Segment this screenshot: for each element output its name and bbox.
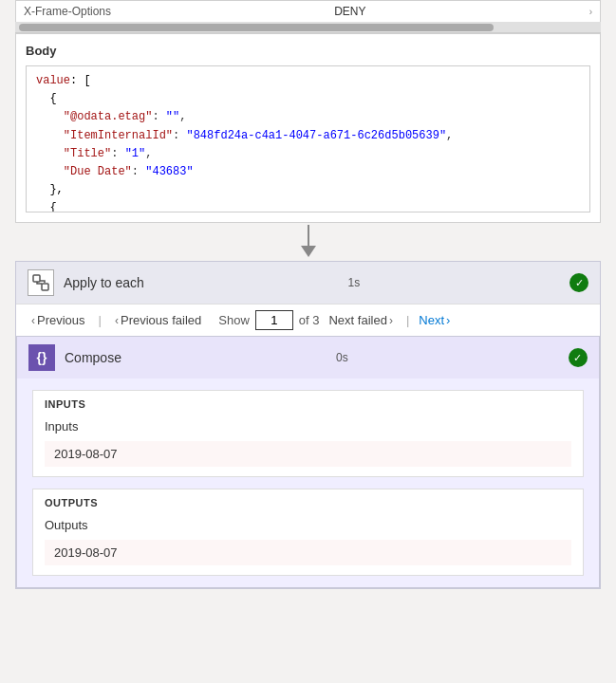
down-arrow-icon <box>297 225 320 259</box>
outputs-box: OUTPUTS Outputs 2019-08-07 <box>32 489 584 576</box>
arrow-connector <box>0 223 616 261</box>
loop-icon <box>32 274 49 291</box>
code-section: Body value: [ { "@odata.etag": "", "Item… <box>15 33 601 223</box>
apply-each-title: Apply to each <box>64 275 144 290</box>
next-failed-label: Next failed <box>328 313 386 327</box>
pagination-bar: ‹ Previous | ‹ Previous failed Show of 3… <box>16 304 600 336</box>
page-number-input[interactable] <box>255 310 293 330</box>
inputs-value: 2019-08-07 <box>45 441 571 467</box>
apply-each-block: Apply to each 1s ✓ ‹ Previous | ‹ Previo… <box>15 261 601 589</box>
outputs-section-label: OUTPUTS <box>33 489 583 512</box>
code-content: value: [ { "@odata.etag": "", "ItemInter… <box>27 66 589 212</box>
next-button[interactable]: Next › <box>419 313 450 327</box>
compose-title-row: {} Compose <box>28 344 121 371</box>
scroll-right-arrow: › <box>589 7 592 17</box>
previous-chevron-icon: ‹ <box>31 314 35 327</box>
x-frame-value: DENY <box>334 5 365 18</box>
show-label: Show <box>218 313 250 327</box>
compose-icon: {} <box>28 344 55 371</box>
compose-time: 0s <box>336 351 348 364</box>
outputs-value: 2019-08-07 <box>45 540 571 565</box>
next-failed-button[interactable]: Next failed › <box>325 311 396 329</box>
x-frame-row: X-Frame-Options DENY › <box>15 0 601 22</box>
compose-title: Compose <box>65 350 121 365</box>
apply-each-header: Apply to each 1s ✓ <box>16 262 600 304</box>
body-label: Body <box>26 44 590 58</box>
inputs-inner-label: Inputs <box>33 414 583 437</box>
apply-each-icon <box>28 269 54 296</box>
compose-block: {} Compose 0s ✓ INPUTS Inputs 2019-08-07… <box>16 336 600 588</box>
previous-failed-button[interactable]: ‹ Previous failed <box>111 311 205 329</box>
previous-button[interactable]: ‹ Previous <box>28 311 89 329</box>
outputs-inner-label: Outputs <box>33 512 583 536</box>
inputs-box: INPUTS Inputs 2019-08-07 <box>32 390 584 477</box>
apply-each-title-row: Apply to each <box>28 269 144 296</box>
code-area[interactable]: value: [ { "@odata.etag": "", "ItemInter… <box>26 65 590 212</box>
of-label: of 3 <box>299 313 320 327</box>
top-scrollbar[interactable] <box>15 22 601 33</box>
inputs-section-label: INPUTS <box>33 391 583 414</box>
apply-each-time: 1s <box>348 276 361 289</box>
prev-failed-chevron-icon: ‹ <box>115 314 119 327</box>
separator-2: | <box>406 313 409 327</box>
svg-rect-2 <box>33 275 40 282</box>
svg-rect-3 <box>42 284 48 290</box>
apply-each-success-icon: ✓ <box>569 273 588 292</box>
previous-label: Previous <box>37 313 85 327</box>
next-label: Next <box>419 313 444 327</box>
previous-failed-label: Previous failed <box>121 313 201 327</box>
next-failed-chevron-icon: › <box>389 314 393 327</box>
compose-success-icon: ✓ <box>569 348 588 367</box>
separator-1: | <box>99 313 102 327</box>
x-frame-label: X-Frame-Options <box>24 5 111 18</box>
next-chevron-icon: › <box>446 313 450 327</box>
compose-header: {} Compose 0s ✓ <box>17 337 599 378</box>
svg-marker-1 <box>301 246 316 257</box>
scrollbar-thumb <box>19 24 494 31</box>
